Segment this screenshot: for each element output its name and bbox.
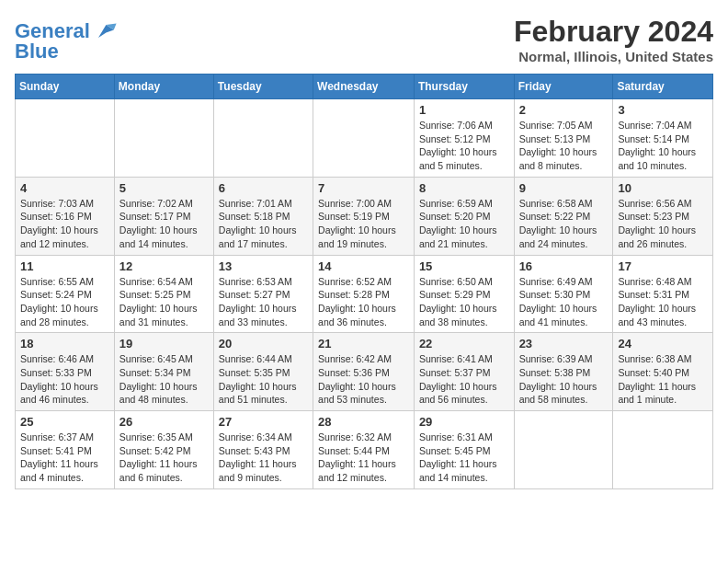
day-number: 3 <box>618 103 708 117</box>
day-number: 29 <box>419 415 509 429</box>
day-info: Sunrise: 6:58 AM Sunset: 5:22 PM Dayligh… <box>519 197 609 251</box>
day-number: 14 <box>318 259 409 273</box>
day-info: Sunrise: 6:38 AM Sunset: 5:40 PM Dayligh… <box>618 352 708 407</box>
day-number: 4 <box>20 181 109 195</box>
title-block: February 2024 Normal, Illinois, United S… <box>514 15 713 64</box>
day-number: 24 <box>618 337 708 350</box>
day-info: Sunrise: 7:05 AM Sunset: 5:13 PM Dayligh… <box>519 119 609 173</box>
day-info: Sunrise: 6:32 AM Sunset: 5:44 PM Dayligh… <box>318 431 409 485</box>
calendar-cell <box>514 411 613 489</box>
day-info: Sunrise: 6:48 AM Sunset: 5:31 PM Dayligh… <box>618 275 708 329</box>
day-number: 23 <box>519 337 609 350</box>
day-info: Sunrise: 6:31 AM Sunset: 5:45 PM Dayligh… <box>419 431 509 485</box>
day-number: 16 <box>519 259 609 273</box>
calendar-cell: 13Sunrise: 6:53 AM Sunset: 5:27 PM Dayli… <box>213 255 313 333</box>
day-number: 13 <box>219 259 308 273</box>
calendar-week-row: 11Sunrise: 6:55 AM Sunset: 5:24 PM Dayli… <box>16 255 713 333</box>
day-info: Sunrise: 7:01 AM Sunset: 5:18 PM Dayligh… <box>219 197 308 251</box>
calendar-cell: 6Sunrise: 7:01 AM Sunset: 5:18 PM Daylig… <box>213 177 313 255</box>
calendar-cell <box>213 99 313 178</box>
calendar-cell: 16Sunrise: 6:49 AM Sunset: 5:30 PM Dayli… <box>514 255 613 333</box>
calendar-cell: 11Sunrise: 6:55 AM Sunset: 5:24 PM Dayli… <box>16 255 115 333</box>
day-info: Sunrise: 6:54 AM Sunset: 5:25 PM Dayligh… <box>119 275 209 329</box>
calendar-cell <box>16 99 115 178</box>
day-number: 21 <box>318 337 409 350</box>
day-info: Sunrise: 7:00 AM Sunset: 5:19 PM Dayligh… <box>318 197 409 251</box>
calendar-week-row: 1Sunrise: 7:06 AM Sunset: 5:12 PM Daylig… <box>16 99 713 178</box>
day-number: 17 <box>618 259 708 273</box>
day-number: 19 <box>119 337 209 350</box>
weekday-header-friday: Friday <box>514 75 613 99</box>
day-number: 22 <box>419 337 509 350</box>
logo-blue-text: Blue <box>15 40 59 63</box>
calendar-cell: 28Sunrise: 6:32 AM Sunset: 5:44 PM Dayli… <box>313 411 415 489</box>
day-number: 18 <box>20 337 109 350</box>
day-info: Sunrise: 7:06 AM Sunset: 5:12 PM Dayligh… <box>419 119 509 173</box>
calendar-cell: 3Sunrise: 7:04 AM Sunset: 5:14 PM Daylig… <box>613 99 713 178</box>
calendar-cell: 12Sunrise: 6:54 AM Sunset: 5:25 PM Dayli… <box>114 255 213 333</box>
calendar-cell: 9Sunrise: 6:58 AM Sunset: 5:22 PM Daylig… <box>514 177 613 255</box>
calendar-cell: 26Sunrise: 6:35 AM Sunset: 5:42 PM Dayli… <box>114 411 213 489</box>
day-number: 7 <box>318 181 409 195</box>
day-info: Sunrise: 6:41 AM Sunset: 5:37 PM Dayligh… <box>419 352 509 407</box>
calendar-cell: 29Sunrise: 6:31 AM Sunset: 5:45 PM Dayli… <box>414 411 514 489</box>
weekday-header-monday: Monday <box>114 75 213 99</box>
day-info: Sunrise: 7:03 AM Sunset: 5:16 PM Dayligh… <box>20 197 109 251</box>
calendar-cell: 2Sunrise: 7:05 AM Sunset: 5:13 PM Daylig… <box>514 99 613 178</box>
day-number: 9 <box>519 181 609 195</box>
page-subtitle: Normal, Illinois, United States <box>514 49 713 64</box>
day-info: Sunrise: 6:53 AM Sunset: 5:27 PM Dayligh… <box>219 275 308 329</box>
day-info: Sunrise: 6:39 AM Sunset: 5:38 PM Dayligh… <box>519 352 609 407</box>
calendar-cell: 5Sunrise: 7:02 AM Sunset: 5:17 PM Daylig… <box>114 177 213 255</box>
day-info: Sunrise: 6:44 AM Sunset: 5:35 PM Dayligh… <box>219 352 308 407</box>
logo-bird-icon <box>92 18 118 44</box>
calendar-cell: 21Sunrise: 6:42 AM Sunset: 5:36 PM Dayli… <box>313 333 415 411</box>
day-number: 2 <box>519 103 609 117</box>
calendar-cell: 22Sunrise: 6:41 AM Sunset: 5:37 PM Dayli… <box>414 333 514 411</box>
weekday-header-sunday: Sunday <box>16 75 115 99</box>
day-number: 27 <box>219 415 308 429</box>
day-info: Sunrise: 6:59 AM Sunset: 5:20 PM Dayligh… <box>419 197 509 251</box>
calendar-week-row: 4Sunrise: 7:03 AM Sunset: 5:16 PM Daylig… <box>16 177 713 255</box>
day-info: Sunrise: 6:50 AM Sunset: 5:29 PM Dayligh… <box>419 275 509 329</box>
calendar-cell: 15Sunrise: 6:50 AM Sunset: 5:29 PM Dayli… <box>414 255 514 333</box>
day-info: Sunrise: 6:56 AM Sunset: 5:23 PM Dayligh… <box>618 197 708 251</box>
calendar-cell: 27Sunrise: 6:34 AM Sunset: 5:43 PM Dayli… <box>213 411 313 489</box>
day-info: Sunrise: 7:04 AM Sunset: 5:14 PM Dayligh… <box>618 119 708 173</box>
calendar-week-row: 18Sunrise: 6:46 AM Sunset: 5:33 PM Dayli… <box>16 333 713 411</box>
day-info: Sunrise: 6:34 AM Sunset: 5:43 PM Dayligh… <box>219 431 308 485</box>
day-info: Sunrise: 6:46 AM Sunset: 5:33 PM Dayligh… <box>20 352 109 407</box>
weekday-header-tuesday: Tuesday <box>213 75 313 99</box>
day-info: Sunrise: 6:37 AM Sunset: 5:41 PM Dayligh… <box>20 431 109 485</box>
day-number: 28 <box>318 415 409 429</box>
day-info: Sunrise: 6:55 AM Sunset: 5:24 PM Dayligh… <box>20 275 109 329</box>
day-number: 26 <box>119 415 209 429</box>
calendar-cell: 8Sunrise: 6:59 AM Sunset: 5:20 PM Daylig… <box>414 177 514 255</box>
header: General Blue February 2024 Normal, Illin… <box>15 15 713 64</box>
calendar-cell: 23Sunrise: 6:39 AM Sunset: 5:38 PM Dayli… <box>514 333 613 411</box>
calendar-cell: 25Sunrise: 6:37 AM Sunset: 5:41 PM Dayli… <box>16 411 115 489</box>
calendar-cell: 20Sunrise: 6:44 AM Sunset: 5:35 PM Dayli… <box>213 333 313 411</box>
day-info: Sunrise: 6:52 AM Sunset: 5:28 PM Dayligh… <box>318 275 409 329</box>
calendar-cell <box>313 99 415 178</box>
calendar-cell: 24Sunrise: 6:38 AM Sunset: 5:40 PM Dayli… <box>613 333 713 411</box>
calendar-cell: 18Sunrise: 6:46 AM Sunset: 5:33 PM Dayli… <box>16 333 115 411</box>
calendar-week-row: 25Sunrise: 6:37 AM Sunset: 5:41 PM Dayli… <box>16 411 713 489</box>
weekday-header-wednesday: Wednesday <box>313 75 415 99</box>
calendar-cell <box>613 411 713 489</box>
weekday-header-saturday: Saturday <box>613 75 713 99</box>
calendar-cell: 19Sunrise: 6:45 AM Sunset: 5:34 PM Dayli… <box>114 333 213 411</box>
day-number: 11 <box>20 259 109 273</box>
calendar-cell: 4Sunrise: 7:03 AM Sunset: 5:16 PM Daylig… <box>16 177 115 255</box>
day-number: 25 <box>20 415 109 429</box>
weekday-header-row: SundayMondayTuesdayWednesdayThursdayFrid… <box>16 75 713 99</box>
day-info: Sunrise: 6:42 AM Sunset: 5:36 PM Dayligh… <box>318 352 409 407</box>
day-info: Sunrise: 7:02 AM Sunset: 5:17 PM Dayligh… <box>119 197 209 251</box>
day-number: 5 <box>119 181 209 195</box>
day-number: 12 <box>119 259 209 273</box>
day-info: Sunrise: 6:45 AM Sunset: 5:34 PM Dayligh… <box>119 352 209 407</box>
day-number: 10 <box>618 181 708 195</box>
day-number: 1 <box>419 103 509 117</box>
calendar-cell: 7Sunrise: 7:00 AM Sunset: 5:19 PM Daylig… <box>313 177 415 255</box>
day-number: 20 <box>219 337 308 350</box>
